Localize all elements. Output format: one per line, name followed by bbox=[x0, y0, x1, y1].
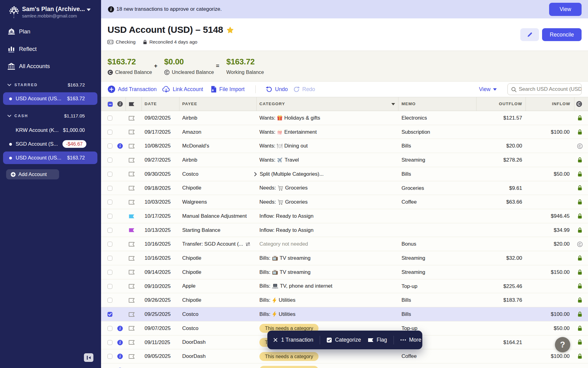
transaction-row[interactable]: This needs a category bbox=[101, 363, 588, 368]
row-checkbox[interactable] bbox=[107, 144, 112, 148]
transaction-row[interactable]: 09/14/2025ChipotleBills:TV streamingStre… bbox=[101, 265, 588, 279]
account-item[interactable]: KRW Account (K...$1,000.00 bbox=[3, 124, 97, 136]
row-checkbox[interactable] bbox=[107, 158, 112, 163]
flag-icon[interactable] bbox=[129, 312, 135, 317]
flag-icon[interactable] bbox=[129, 298, 135, 303]
row-checkbox[interactable] bbox=[107, 340, 112, 345]
reconciled-lock-icon[interactable] bbox=[574, 195, 585, 209]
account-item[interactable]: USD Account (US...$163.72 bbox=[3, 92, 97, 105]
reconciled-lock-icon[interactable] bbox=[574, 153, 585, 167]
plan-switcher[interactable]: Sam's Plan (Archive... bbox=[22, 6, 99, 13]
row-checkbox[interactable] bbox=[107, 284, 112, 289]
cleared-column-icon[interactable] bbox=[576, 101, 582, 107]
column-header-inflow[interactable]: INFLOW bbox=[509, 97, 570, 111]
categorize-button[interactable]: Categorize bbox=[326, 337, 361, 343]
column-header-category[interactable]: CATEGORY bbox=[259, 97, 285, 111]
row-checkbox[interactable] bbox=[107, 130, 112, 135]
reconcile-button[interactable]: Reconcile bbox=[542, 28, 582, 41]
row-checkbox[interactable] bbox=[107, 298, 112, 303]
flag-icon[interactable] bbox=[129, 354, 135, 359]
row-checkbox[interactable] bbox=[107, 214, 112, 219]
row-checkbox[interactable] bbox=[107, 116, 112, 121]
reconciled-lock-icon[interactable] bbox=[574, 265, 585, 279]
transaction-row[interactable]: 09/17/2025AmazonWants:EntertainmentSubsc… bbox=[101, 125, 588, 139]
search-input[interactable] bbox=[519, 84, 581, 94]
needs-approval-icon[interactable] bbox=[117, 143, 123, 149]
flag-icon[interactable] bbox=[129, 158, 135, 163]
reconciled-lock-icon[interactable] bbox=[574, 125, 585, 139]
row-checkbox[interactable] bbox=[107, 270, 112, 275]
star-icon[interactable] bbox=[227, 27, 234, 33]
chevron-right-icon[interactable] bbox=[254, 172, 257, 176]
flag-icon[interactable] bbox=[129, 340, 135, 345]
flag-icon[interactable] bbox=[129, 116, 135, 121]
needs-category-badge[interactable]: This needs a category bbox=[259, 366, 318, 368]
flag-icon[interactable] bbox=[129, 242, 135, 247]
row-checkbox[interactable] bbox=[107, 186, 112, 191]
transaction-row[interactable]: 10/17/2025Manual Balance AdjustmentInflo… bbox=[101, 209, 588, 223]
add-transaction-button[interactable]: Add Transaction bbox=[107, 82, 156, 97]
flag-icon[interactable] bbox=[129, 130, 135, 134]
reconciled-lock-icon[interactable] bbox=[574, 307, 585, 321]
transaction-row[interactable]: 09/26/2025ChipotleBills:UtilitiesBills$1… bbox=[101, 293, 588, 307]
row-checkbox[interactable] bbox=[107, 354, 112, 359]
transaction-row[interactable]: 10/16/2025Transfer: SGD Account (...Cate… bbox=[101, 237, 588, 251]
column-header-payee[interactable]: PAYEE bbox=[182, 97, 197, 111]
edit-account-button[interactable] bbox=[520, 28, 539, 41]
row-checkbox[interactable] bbox=[107, 228, 112, 233]
more-button[interactable]: More bbox=[400, 337, 421, 343]
flag-icon[interactable] bbox=[129, 256, 135, 261]
transaction-row[interactable]: 09/10/2025AppleBills:TV, phone and inter… bbox=[101, 279, 588, 293]
row-checkbox[interactable] bbox=[107, 242, 112, 247]
transaction-row[interactable]: 09/02/2025AirbnbWants:Holidays & giftsEl… bbox=[101, 111, 588, 125]
transaction-row[interactable]: 09/18/2025ChipotleNeeds:GroceriesGroceri… bbox=[101, 181, 588, 195]
column-header-date[interactable]: DATE bbox=[145, 97, 157, 111]
reconciled-lock-icon[interactable] bbox=[574, 293, 585, 307]
account-item[interactable]: SGD Account (S...-$46.67 bbox=[3, 138, 97, 150]
column-header-memo[interactable]: MEMO bbox=[401, 97, 416, 111]
needs-approval-icon[interactable] bbox=[117, 326, 123, 331]
transaction-row[interactable]: 09/25/2025CostcoBills:UtilitiesBills$100… bbox=[101, 307, 588, 321]
close-icon[interactable] bbox=[273, 338, 278, 342]
category-caret-down-icon[interactable] bbox=[391, 103, 395, 105]
reconciled-lock-icon[interactable] bbox=[574, 181, 585, 195]
help-button[interactable]: ? bbox=[555, 337, 570, 352]
view-transactions-button[interactable]: View bbox=[549, 3, 582, 16]
transaction-row[interactable]: 09/30/2025CostcoSplit (Multiple Categori… bbox=[101, 167, 588, 181]
link-account-button[interactable]: Link Account bbox=[162, 82, 203, 97]
flag-icon[interactable] bbox=[129, 144, 135, 148]
flag-icon[interactable] bbox=[129, 172, 135, 176]
sidebar-item-all-accounts[interactable]: All Accounts bbox=[0, 59, 101, 73]
undo-button[interactable]: Undo bbox=[266, 82, 288, 97]
flag-icon[interactable] bbox=[129, 284, 135, 289]
needs-approval-icon[interactable] bbox=[117, 354, 123, 359]
account-section-starred[interactable]: STARRED $163.72 bbox=[0, 79, 101, 91]
reconciled-lock-icon[interactable] bbox=[574, 335, 585, 350]
flag-icon[interactable] bbox=[129, 200, 135, 205]
reconciled-lock-icon[interactable] bbox=[574, 321, 585, 335]
transaction-row[interactable]: 10/16/2025ChipotleBills:TV streamingStre… bbox=[101, 251, 588, 265]
flag-icon[interactable] bbox=[129, 326, 135, 331]
reconciled-lock-icon[interactable] bbox=[574, 167, 585, 181]
row-checkbox[interactable] bbox=[107, 326, 112, 331]
reconciled-lock-icon[interactable] bbox=[574, 251, 585, 265]
reconciled-lock-icon[interactable] bbox=[574, 349, 585, 363]
flag-icon-cyan[interactable] bbox=[129, 214, 135, 219]
transaction-row[interactable]: 10/03/2025WalgreensNeeds:GroceriesCoffee… bbox=[101, 195, 588, 209]
uncleared-icon[interactable] bbox=[574, 237, 585, 251]
row-checkbox[interactable] bbox=[107, 172, 112, 177]
sidebar-item-reflect[interactable]: Reflect bbox=[0, 42, 101, 56]
select-all-checkbox[interactable] bbox=[107, 102, 112, 106]
flag-icon-purple[interactable] bbox=[129, 228, 135, 232]
account-section-cash[interactable]: CASH $1,117.05 bbox=[0, 110, 101, 122]
transaction-row[interactable]: 10/08/2025McDonald'sWants:Dining outBill… bbox=[101, 139, 588, 153]
transaction-row[interactable]: 10/13/2025Starting BalanceInflow: Ready … bbox=[101, 223, 588, 237]
transaction-row[interactable]: 09/05/2025DoorDashThis needs a categoryC… bbox=[101, 349, 588, 363]
view-menu-button[interactable]: View bbox=[479, 82, 497, 97]
uncleared-icon[interactable] bbox=[574, 139, 585, 153]
reconciled-lock-icon[interactable] bbox=[574, 111, 585, 125]
collapse-sidebar-button[interactable] bbox=[84, 353, 93, 362]
flag-icon[interactable] bbox=[129, 186, 135, 190]
sidebar-item-plan[interactable]: Plan bbox=[0, 25, 101, 38]
file-import-button[interactable]: File Import bbox=[211, 82, 245, 97]
